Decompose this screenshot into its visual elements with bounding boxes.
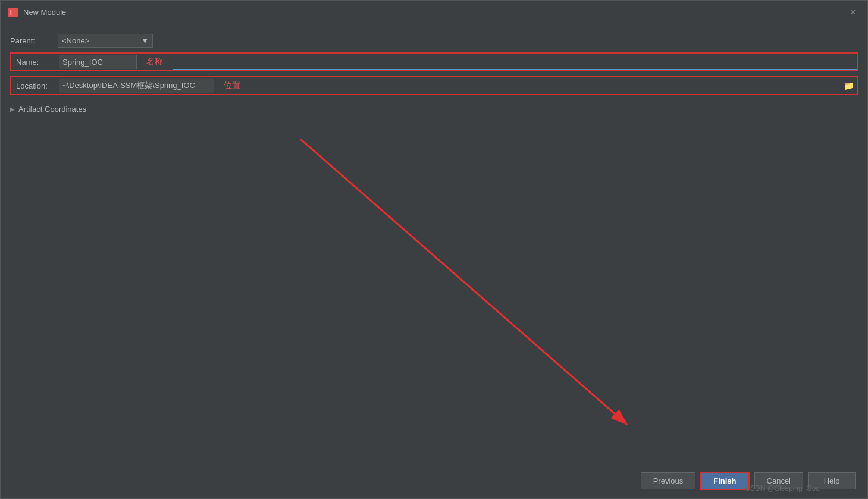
finish-button[interactable]: Finish: [700, 472, 749, 490]
parent-label: Parent:: [10, 36, 58, 45]
location-row: Location: 位置 📁: [10, 76, 858, 95]
svg-text:I: I: [10, 10, 12, 16]
location-label: Location:: [11, 78, 59, 94]
parent-row: Parent: <None> ▼: [10, 34, 858, 48]
artifact-label: Artifact Coordinates: [18, 105, 86, 114]
previous-button[interactable]: Previous: [641, 472, 696, 489]
name-label: Name:: [11, 54, 59, 70]
dialog-content: Parent: <None> ▼ Name: 名称 Location: 位置: [1, 24, 867, 463]
location-field-extended[interactable]: [250, 77, 840, 94]
location-input-wrapper: [59, 79, 214, 93]
folder-icon[interactable]: 📁: [840, 81, 857, 90]
close-button[interactable]: ×: [846, 5, 860, 20]
artifact-row[interactable]: ▶ Artifact Coordinates: [10, 102, 858, 116]
name-input[interactable]: [59, 55, 136, 69]
dialog-footer: Previous Finish Cancel Help: [1, 463, 867, 498]
annotation-arrow: [10, 116, 858, 453]
app-icon: I: [8, 7, 18, 18]
dropdown-arrow-icon: ▼: [141, 36, 149, 45]
svg-line-3: [300, 139, 626, 424]
new-module-dialog: I New Module × Parent: <None> ▼ Name: 名称: [0, 0, 868, 499]
location-annotation: 位置: [214, 80, 250, 91]
parent-select[interactable]: <None> ▼: [58, 34, 153, 48]
titlebar: I New Module ×: [1, 1, 867, 24]
name-annotation: 名称: [137, 57, 173, 67]
chevron-right-icon: ▶: [10, 106, 15, 112]
arrow-area: [10, 116, 858, 453]
dialog-title: New Module: [23, 8, 846, 17]
parent-dropdown[interactable]: <None>: [62, 36, 141, 45]
watermark: CSDN @Sleeping_God: [745, 484, 820, 492]
name-row: Name: 名称: [10, 52, 858, 71]
name-input-wrapper: [59, 55, 137, 69]
location-input[interactable]: [59, 79, 214, 93]
name-field-extended[interactable]: [173, 54, 857, 70]
